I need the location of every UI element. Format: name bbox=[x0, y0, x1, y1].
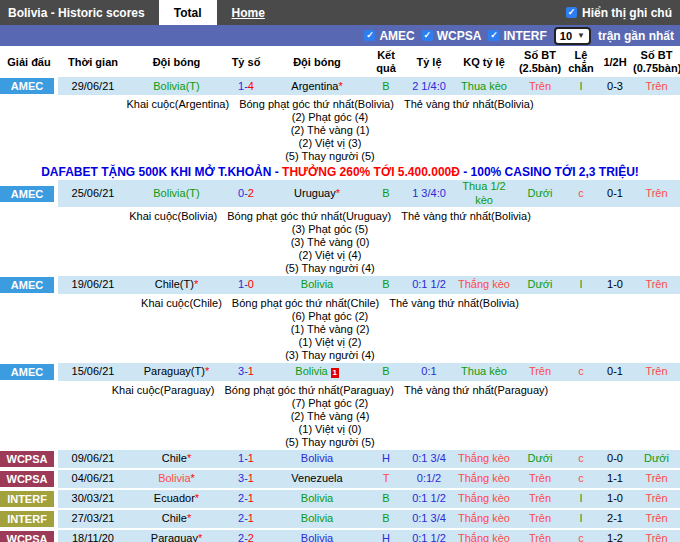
table-row[interactable]: AMEC15/06/21Paraguay(T)*3-1Bolivia1B0:1T… bbox=[0, 363, 680, 382]
table-row[interactable]: INTERF27/03/21Chile*2-1BoliviaB0:1 3/4Th… bbox=[0, 509, 680, 529]
table-row[interactable]: INTERF30/03/21Ecuador*2-1BoliviaB0:1 1/2… bbox=[0, 489, 680, 509]
home-marker-star: * bbox=[338, 80, 342, 92]
over-under-2-5-cell: Trên bbox=[515, 489, 565, 509]
stat-line: (3) Thẻ vàng (0) bbox=[58, 236, 602, 249]
home-marker-star: * bbox=[198, 532, 202, 542]
show-notes-checkbox[interactable]: ✓ Hiển thị ghi chú bbox=[566, 0, 680, 25]
half-time-score-cell: 0-1 bbox=[597, 363, 633, 382]
away-score: 1 bbox=[248, 365, 254, 377]
team-name: Chile(T) bbox=[155, 278, 194, 290]
home-score: 1- bbox=[238, 80, 248, 92]
stat-line: (5) Thay người (5) bbox=[58, 436, 602, 449]
league-filter-interf[interactable]: ✓ INTERF bbox=[488, 29, 546, 43]
home-team-cell: Chile* bbox=[128, 450, 225, 469]
league-badge: AMEC bbox=[0, 364, 54, 380]
league-filter-amec[interactable]: ✓ AMEC bbox=[364, 29, 414, 43]
tab-home[interactable]: Home bbox=[217, 0, 280, 25]
score-cell: 3-1 bbox=[225, 363, 267, 382]
detail-cell: Khai cuộc(Paraguay)Bóng phạt góc thứ nhấ… bbox=[58, 382, 680, 450]
over-under-2-5-cell: Trên bbox=[515, 363, 565, 382]
detail-left-gutter bbox=[0, 382, 58, 450]
first-event-note: Khai cuộc(Argentina) bbox=[126, 98, 229, 111]
team-name: Bolivia bbox=[295, 365, 327, 377]
team-name: Venezuela bbox=[291, 472, 342, 484]
home-marker-star: * bbox=[205, 365, 209, 377]
league-cell: INTERF bbox=[0, 509, 58, 529]
league-cell: WCPSA bbox=[0, 469, 58, 489]
odds-result-cell: Thua 1/2 kèo bbox=[453, 180, 515, 207]
home-score: 3- bbox=[238, 472, 248, 484]
tab-total[interactable]: Total bbox=[159, 0, 217, 25]
table-row[interactable]: AMEC19/06/21Chile(T)*1-0BoliviaB0:1 1/2T… bbox=[0, 276, 680, 295]
match-date: 25/06/21 bbox=[58, 180, 128, 207]
odds-cell: 0:1 1/2 bbox=[405, 529, 453, 542]
recent-count-select[interactable]: 10 ▼ bbox=[554, 27, 591, 45]
odds-result-cell: Thắng kèo bbox=[453, 469, 515, 489]
odd-even-cell: l bbox=[565, 509, 597, 529]
odd-even-cell: c bbox=[565, 450, 597, 469]
over-under-2-5-cell: Trên bbox=[515, 77, 565, 96]
odds-cell: 0:1 3/4 bbox=[405, 509, 453, 529]
away-score: 0 bbox=[248, 278, 254, 290]
team-name: Bolivia bbox=[301, 452, 333, 464]
col-header-odds: Tỷ lệ bbox=[405, 46, 453, 77]
detail-left-gutter bbox=[0, 208, 58, 276]
detail-box: Khai cuộc(Paraguay)Bóng phạt góc thứ nhấ… bbox=[58, 384, 602, 449]
stat-line: (3) Thay người (4) bbox=[58, 349, 602, 362]
odd-even-cell: l bbox=[565, 77, 597, 96]
away-score: 1 bbox=[248, 452, 254, 464]
first-event-note: Bóng phạt góc thứ nhất(Bolivia) bbox=[239, 98, 394, 111]
team-name: Bolivia bbox=[301, 492, 333, 504]
odds-result-cell: Thắng kèo bbox=[453, 509, 515, 529]
col-header-half: 1/2H bbox=[597, 46, 633, 77]
away-team-cell: Bolivia bbox=[267, 509, 367, 529]
team-name: Ecuador bbox=[154, 492, 195, 504]
league-badge: INTERF bbox=[0, 491, 54, 507]
away-team-cell: Bolivia bbox=[267, 450, 367, 469]
first-event-note: Thẻ vàng thứ nhất(Paraguay) bbox=[404, 384, 548, 397]
league-cell: AMEC bbox=[0, 77, 58, 96]
league-filter-wcpsa[interactable]: ✓ WCPSA bbox=[422, 29, 482, 43]
col-header-goals-2-5: Số BT (2.5bàn) bbox=[515, 46, 565, 77]
league-badge: WCPSA bbox=[0, 451, 54, 467]
stat-line: (2) Phạt góc (4) bbox=[58, 111, 602, 124]
first-event-note: Thẻ vàng thứ nhất(Bolivia) bbox=[404, 98, 534, 111]
over-under-2-5-cell: Trên bbox=[515, 509, 565, 529]
table-row[interactable]: AMEC25/06/21Bolivia(T)0-2Uruguay*B1 3/4:… bbox=[0, 180, 680, 207]
home-team-cell: Paraguay(T)* bbox=[128, 363, 225, 382]
match-date: 29/06/21 bbox=[58, 77, 128, 96]
table-row[interactable]: AMEC29/06/21Bolivia(T)1-4Argentina*B2 1/… bbox=[0, 77, 680, 96]
away-team-cell: Bolivia bbox=[267, 529, 367, 542]
over-under-0-75-cell: Trên bbox=[633, 469, 680, 489]
table-row[interactable]: WCPSA09/06/21Chile*1-1BoliviaH0:1 3/4Thắ… bbox=[0, 450, 680, 469]
over-under-0-75-cell: Trên bbox=[633, 529, 680, 542]
league-cell: AMEC bbox=[0, 276, 58, 295]
filter-bar: ✓ AMEC ✓ WCPSA ✓ INTERF 10 ▼ trận gần nh… bbox=[0, 25, 680, 46]
stat-line: (1) Thẻ vàng (2) bbox=[58, 323, 602, 336]
league-cell: AMEC bbox=[0, 363, 58, 382]
stat-line: (2) Việt vị (4) bbox=[58, 249, 602, 262]
team-name: Paraguay bbox=[151, 532, 198, 542]
league-badge: INTERF bbox=[0, 511, 54, 527]
odds-cell: 0:1/2 bbox=[405, 469, 453, 489]
half-time-score-cell: 0-3 bbox=[597, 77, 633, 96]
league-cell: AMEC bbox=[0, 180, 58, 207]
table-row[interactable]: WCPSA04/06/21Bolivia*3-1VenezuelaT0:1/2T… bbox=[0, 469, 680, 489]
first-event-note: Thẻ vàng thứ nhất(Bolivia) bbox=[401, 210, 531, 223]
league-badge: WCPSA bbox=[0, 471, 54, 487]
score-cell: 3-1 bbox=[225, 469, 267, 489]
promo-banner[interactable]: DAFABET TẶNG 500K KHI MỞ T.KHOẢN - THƯỞN… bbox=[0, 164, 680, 180]
checked-checkbox-icon: ✓ bbox=[488, 30, 499, 41]
checked-checkbox-icon: ✓ bbox=[422, 30, 433, 41]
result-cell: T bbox=[367, 469, 405, 489]
title-bar: Bolivia - Historic scores Total Home ✓ H… bbox=[0, 0, 680, 25]
home-score: 2- bbox=[238, 492, 248, 504]
home-marker-star: * bbox=[194, 278, 198, 290]
score-cell: 2-1 bbox=[225, 509, 267, 529]
odds-result-cell: Thắng kèo bbox=[453, 529, 515, 542]
odds-cell: 0:1 bbox=[405, 363, 453, 382]
historic-scores-table: Giải đấu Thời gian Đội bóng Tỷ số Đội bó… bbox=[0, 46, 680, 542]
first-event-note: Bóng phạt góc thứ nhất(Chile) bbox=[232, 297, 379, 310]
away-score: 1 bbox=[248, 512, 254, 524]
table-row[interactable]: WCPSA18/11/20Paraguay*2-2BoliviaH0:1 1/2… bbox=[0, 529, 680, 542]
